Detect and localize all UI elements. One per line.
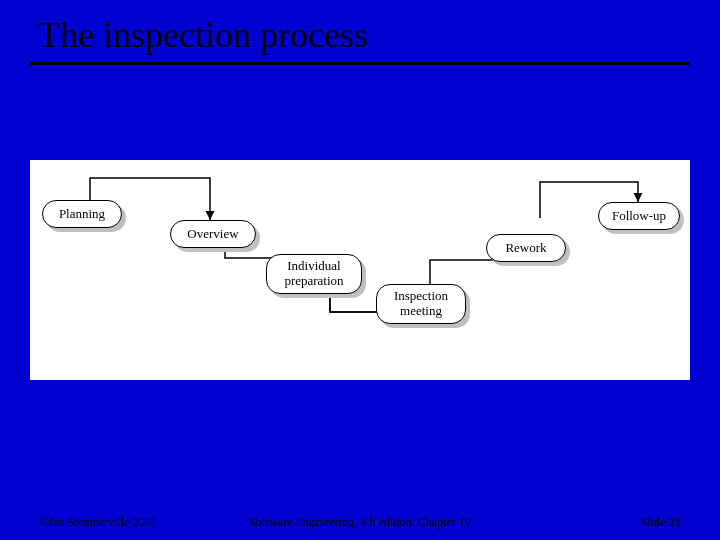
node-overview: Overview <box>170 220 256 248</box>
node-rework: Rework <box>486 234 566 262</box>
node-inspection-meeting: Inspection meeting <box>376 284 466 324</box>
node-label: Overview <box>187 227 238 242</box>
slide: The inspection process Pla <box>0 0 720 540</box>
node-planning: Planning <box>42 200 122 228</box>
node-individual-preparation: Individual preparation <box>266 254 362 294</box>
node-label: Individual preparation <box>284 259 343 289</box>
title-underline <box>30 62 690 65</box>
footer-slide-number: Slide 23 <box>640 515 680 530</box>
slide-title: The inspection process <box>38 14 368 56</box>
node-label: Planning <box>59 207 105 222</box>
process-diagram: Planning Overview Individual preparation… <box>30 160 690 380</box>
node-label: Rework <box>505 241 546 256</box>
footer-book-ref: Software Engineering, 6th edition. Chapt… <box>0 515 720 530</box>
node-follow-up: Follow-up <box>598 202 680 230</box>
node-label: Follow-up <box>612 209 666 224</box>
node-label: Inspection meeting <box>394 289 448 319</box>
